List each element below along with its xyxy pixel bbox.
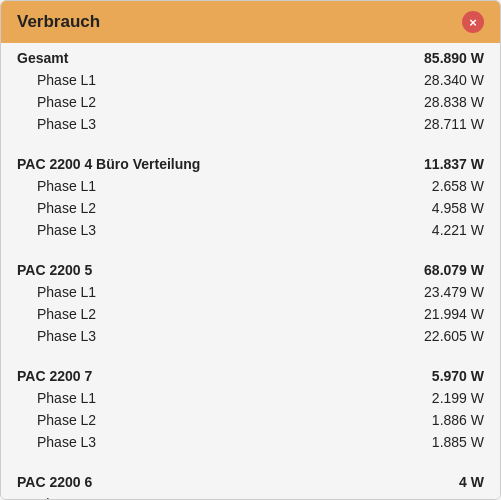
- titlebar: Verbrauch ×: [1, 1, 500, 43]
- section-pac2200-7-phase-2: Phase L21.886 W: [1, 409, 500, 431]
- section-pac2200-4-phase-2: Phase L24.958 W: [1, 197, 500, 219]
- section-gesamt-phase-2-label: Phase L2: [37, 94, 96, 110]
- main-window: Verbrauch × Gesamt85.890 WPhase L128.340…: [0, 0, 501, 500]
- section-pac2200-7-phase-2-label: Phase L2: [37, 412, 96, 428]
- section-pac2200-5-phase-2: Phase L221.994 W: [1, 303, 500, 325]
- section-pac2200-4-phase-1-value: 2.658 W: [432, 178, 484, 194]
- section-gesamt-phase-3: Phase L328.711 W: [1, 113, 500, 135]
- section-gesamt-phase-1-value: 28.340 W: [424, 72, 484, 88]
- section-gesamt-phase-2: Phase L228.838 W: [1, 91, 500, 113]
- section-pac2200-5-phase-1-value: 23.479 W: [424, 284, 484, 300]
- section-pac2200-4-label: PAC 2200 4 Büro Verteilung: [17, 156, 200, 172]
- section-pac2200-7-header: PAC 2200 75.970 W: [1, 365, 500, 387]
- section-pac2200-6: PAC 2200 64 WPhase L14 WPhase L20 W: [1, 457, 500, 499]
- section-pac2200-4-phase-1-label: Phase L1: [37, 178, 96, 194]
- section-gesamt-header: Gesamt85.890 W: [1, 47, 500, 69]
- section-pac2200-7-phase-1-value: 2.199 W: [432, 390, 484, 406]
- section-pac2200-7-value: 5.970 W: [432, 368, 484, 384]
- section-pac2200-5-phase-1: Phase L123.479 W: [1, 281, 500, 303]
- section-gesamt-phase-3-value: 28.711 W: [424, 116, 484, 132]
- section-pac2200-5-phase-2-value: 21.994 W: [424, 306, 484, 322]
- section-pac2200-4-value: 11.837 W: [424, 156, 484, 172]
- section-gesamt-phase-2-value: 28.838 W: [424, 94, 484, 110]
- section-pac2200-7: PAC 2200 75.970 WPhase L12.199 WPhase L2…: [1, 351, 500, 457]
- section-pac2200-7-phase-3: Phase L31.885 W: [1, 431, 500, 453]
- section-pac2200-6-phase-1: Phase L14 W: [1, 493, 500, 499]
- section-pac2200-6-header: PAC 2200 64 W: [1, 471, 500, 493]
- section-pac2200-4-phase-3-label: Phase L3: [37, 222, 96, 238]
- section-pac2200-5-phase-3: Phase L322.605 W: [1, 325, 500, 347]
- section-pac2200-5-phase-1-label: Phase L1: [37, 284, 96, 300]
- section-gesamt-label: Gesamt: [17, 50, 68, 66]
- section-pac2200-4-phase-2-value: 4.958 W: [432, 200, 484, 216]
- section-pac2200-5-value: 68.079 W: [424, 262, 484, 278]
- section-pac2200-6-phase-1-label: Phase L1: [37, 496, 96, 499]
- section-pac2200-5-phase-3-label: Phase L3: [37, 328, 96, 344]
- section-pac2200-5-label: PAC 2200 5: [17, 262, 92, 278]
- section-pac2200-5-phase-3-value: 22.605 W: [424, 328, 484, 344]
- section-pac2200-4-phase-3: Phase L34.221 W: [1, 219, 500, 241]
- section-pac2200-5-header: PAC 2200 568.079 W: [1, 259, 500, 281]
- section-gesamt: Gesamt85.890 WPhase L128.340 WPhase L228…: [1, 43, 500, 139]
- section-pac2200-7-label: PAC 2200 7: [17, 368, 92, 384]
- section-pac2200-6-label: PAC 2200 6: [17, 474, 92, 490]
- section-pac2200-4-header: PAC 2200 4 Büro Verteilung11.837 W: [1, 153, 500, 175]
- section-pac2200-4-phase-1: Phase L12.658 W: [1, 175, 500, 197]
- section-gesamt-phase-1: Phase L128.340 W: [1, 69, 500, 91]
- section-gesamt-phase-3-label: Phase L3: [37, 116, 96, 132]
- section-pac2200-7-phase-3-label: Phase L3: [37, 434, 96, 450]
- section-pac2200-7-phase-1-label: Phase L1: [37, 390, 96, 406]
- section-pac2200-7-phase-3-value: 1.885 W: [432, 434, 484, 450]
- section-pac2200-7-phase-2-value: 1.886 W: [432, 412, 484, 428]
- section-pac2200-4-phase-2-label: Phase L2: [37, 200, 96, 216]
- section-pac2200-7-phase-1: Phase L12.199 W: [1, 387, 500, 409]
- section-pac2200-6-value: 4 W: [459, 474, 484, 490]
- section-pac2200-5: PAC 2200 568.079 WPhase L123.479 WPhase …: [1, 245, 500, 351]
- section-pac2200-4: PAC 2200 4 Büro Verteilung11.837 WPhase …: [1, 139, 500, 245]
- section-pac2200-6-phase-1-value: 4 W: [459, 496, 484, 499]
- close-button[interactable]: ×: [462, 11, 484, 33]
- section-pac2200-4-phase-3-value: 4.221 W: [432, 222, 484, 238]
- section-pac2200-5-phase-2-label: Phase L2: [37, 306, 96, 322]
- section-gesamt-value: 85.890 W: [424, 50, 484, 66]
- content-area: Gesamt85.890 WPhase L128.340 WPhase L228…: [1, 43, 500, 499]
- section-gesamt-phase-1-label: Phase L1: [37, 72, 96, 88]
- window-title: Verbrauch: [17, 12, 100, 32]
